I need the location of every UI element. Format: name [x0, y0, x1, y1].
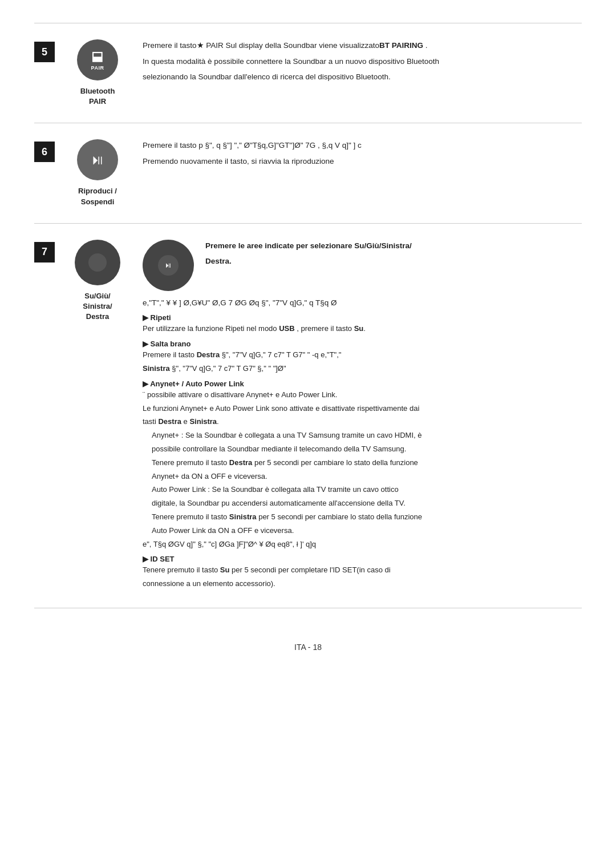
idset-para-1: Tenere premuto il tasto Su per 5 secondi… [143, 564, 582, 576]
nav-icon-large: ⏯ [143, 240, 194, 291]
section-5-content: Premere il tasto★ PAIR Sul display della… [143, 39, 582, 87]
page-number: ITA - 18 [294, 643, 322, 652]
section-7-intro: e,"T"," ¥ ¥ ] Ø,G¥U" Ø,G 7 ØG Øq §", "7"… [143, 297, 582, 309]
bluetooth-icon: ⬓ PAIR [77, 39, 118, 80]
section-5: 5 ⬓ PAIR Bluetooth PAIR Premere il tasto… [34, 23, 582, 123]
section-7-header-row: ⏯ Premere le aree indicate per seleziona… [143, 240, 582, 291]
nav-center [88, 253, 107, 272]
anynet-para-1: ¨ possibile attivare o disattivare Anyne… [143, 389, 582, 401]
step-number-7: 7 [34, 242, 55, 263]
idset-para-2: connessione a un elemento accessorio). [143, 578, 582, 590]
anynet-title: ▶ Anynet+ / Auto Power Link [143, 379, 582, 388]
anynet-para-10: Tenere premuto il tasto Sinistra per 5 s… [143, 511, 582, 523]
section-7-header-line2: Destra. [205, 255, 412, 268]
nav-center-large: ⏯ [158, 255, 179, 276]
icon-col-7: Su/Giù/ Sinistra/ Destra [66, 240, 129, 322]
subsection-anynet: ▶ Anynet+ / Auto Power Link ¨ possibile … [143, 379, 582, 551]
pair-label: PAIR [91, 65, 104, 71]
anynet-para-3: tasti Destra e Sinistra. [143, 416, 582, 428]
anynet-para-7: Anynet+ da ON a OFF e viceversa. [143, 471, 582, 483]
subsection-idset: ▶ ID SET Tenere premuto il tasto Su per … [143, 555, 582, 590]
step-number-6: 6 [34, 142, 55, 162]
section-6: 6 ⏯ Riproduci / Sospendi Premere il tast… [34, 123, 582, 223]
nav-icon-label: Su/Giù/ Sinistra/ Destra [83, 291, 112, 322]
anynet-para-5: possibile controllare la Soundbar median… [143, 443, 582, 455]
section-5-para-2: In questa modalità è possibile connetter… [143, 55, 582, 68]
section-7-header-text: Premere le aree indicate per selezionare… [205, 240, 412, 271]
section-6-para-1: Premere il tasto p §", q §"] "," Ø"T§q,G… [143, 139, 582, 152]
icon-col-6: ⏯ Riproduci / Sospendi [66, 139, 129, 207]
section-6-content: Premere il tasto p §", q §"] "," Ø"T§q,G… [143, 139, 582, 171]
nav-icon [75, 240, 120, 285]
icon-col-5: ⬓ PAIR Bluetooth PAIR [66, 39, 129, 107]
anynet-para-2: Le funzioni Anynet+ e Auto Power Link so… [143, 403, 582, 415]
anynet-para-12: e", T§q ØGV q]" §," "c] ØGa ]F]"Ø^ ¥ Øq … [143, 539, 582, 551]
anynet-para-9: digitale, la Soundbar pu accendersi auto… [143, 498, 582, 510]
idset-title: ▶ ID SET [143, 555, 582, 563]
anynet-para-6: Tenere premuto il tasto Destra per 5 sec… [143, 457, 582, 469]
salta-para-2: Sinistra §", "7"V q]G," 7 c7" T G7" §," … [143, 363, 582, 375]
salta-para-1: Premere il tasto Destra §", "7"V q]G," 7… [143, 349, 582, 361]
bluetooth-symbol: ⬓ [91, 49, 104, 64]
play-symbol: ⏯ [91, 152, 104, 168]
page-content: 5 ⬓ PAIR Bluetooth PAIR Premere il tasto… [34, 23, 582, 663]
salta-title: ▶ Salta brano [143, 340, 582, 348]
section-7-header-line1: Premere le aree indicate per selezionare… [205, 240, 412, 252]
subsection-salta: ▶ Salta brano Premere il tasto Destra §"… [143, 340, 582, 375]
play-icon-label: Riproduci / Sospendi [78, 186, 117, 207]
section-7-content: ⏯ Premere le aree indicate per seleziona… [143, 240, 582, 592]
section-5-para-3: selezionando la Soundbar dall'elenco di … [143, 71, 582, 83]
section-5-para-1: Premere il tasto★ PAIR Sul display della… [143, 39, 582, 52]
ripeti-para-1: Per utilizzare la funzione Ripeti nel mo… [143, 323, 582, 335]
page-footer: ITA - 18 [34, 643, 582, 663]
anynet-para-11: Auto Power Link da ON a OFF e viceversa. [143, 525, 582, 537]
anynet-para-8: Auto Power Link : Se la Soundbar è colle… [143, 484, 582, 496]
play-pause-icon: ⏯ [77, 139, 118, 180]
section-7: 7 Su/Giù/ Sinistra/ Destra ⏯ Premere le … [34, 223, 582, 608]
step-number-5: 5 [34, 42, 55, 62]
anynet-para-4: Anynet+ : Se la Soundbar è collegata a u… [143, 430, 582, 442]
ripeti-title: ▶ Ripeti [143, 313, 582, 322]
subsection-ripeti: ▶ Ripeti Per utilizzare la funzione Ripe… [143, 313, 582, 335]
section-6-para-2: Premendo nuovamente il tasto, si riavvia… [143, 155, 582, 168]
bluetooth-icon-label: Bluetooth PAIR [80, 86, 115, 107]
